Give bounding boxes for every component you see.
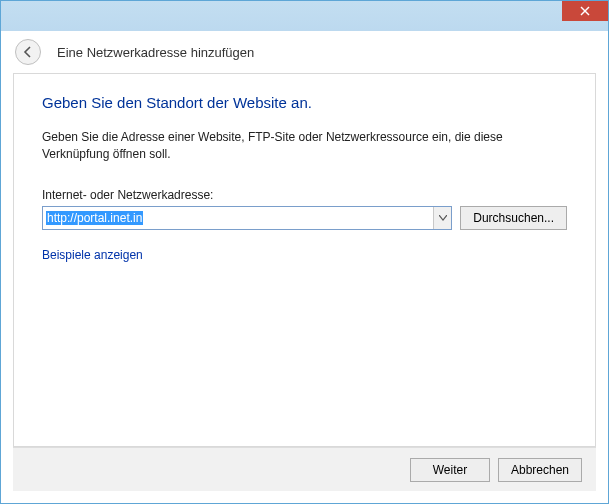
content-wrap: Geben Sie den Standort der Website an. G… (1, 73, 608, 503)
wizard-page: Geben Sie den Standort der Website an. G… (13, 73, 596, 447)
close-icon (580, 6, 590, 16)
combo-dropdown-button[interactable] (433, 207, 451, 229)
page-description: Geben Sie die Adresse einer Website, FTP… (42, 129, 567, 164)
cancel-button[interactable]: Abbrechen (498, 458, 582, 482)
next-button[interactable]: Weiter (410, 458, 490, 482)
chevron-down-icon (439, 215, 447, 221)
page-heading: Geben Sie den Standort der Website an. (42, 94, 567, 111)
browse-button[interactable]: Durchsuchen... (460, 206, 567, 230)
titlebar (1, 1, 608, 31)
wizard-footer: Weiter Abbrechen (13, 447, 596, 491)
wizard-window: Eine Netzwerkadresse hinzufügen Geben Si… (0, 0, 609, 504)
wizard-title: Eine Netzwerkadresse hinzufügen (57, 45, 254, 60)
close-button[interactable] (562, 1, 608, 21)
address-label: Internet- oder Netzwerkadresse: (42, 188, 567, 202)
address-combo[interactable]: http://portal.inet.in (42, 206, 452, 230)
examples-link[interactable]: Beispiele anzeigen (42, 248, 143, 262)
wizard-header: Eine Netzwerkadresse hinzufügen (1, 31, 608, 73)
back-button[interactable] (15, 39, 41, 65)
address-input[interactable] (42, 206, 452, 230)
address-row: http://portal.inet.in Durchsuchen... (42, 206, 567, 230)
back-arrow-icon (21, 45, 35, 59)
